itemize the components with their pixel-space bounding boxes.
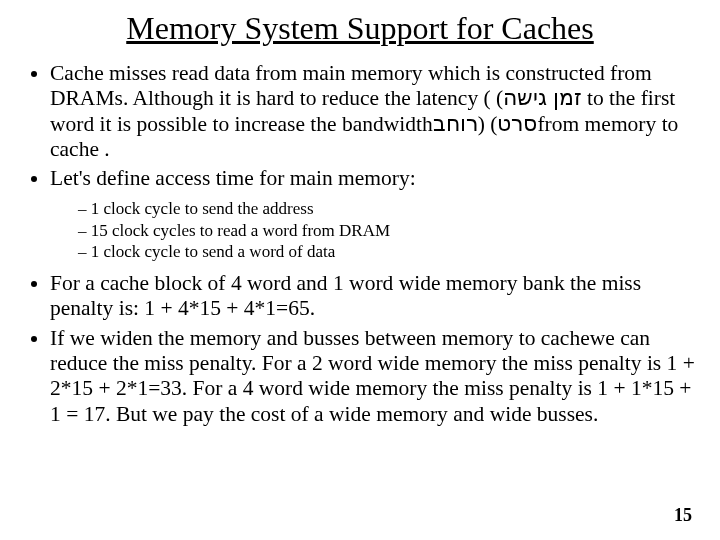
sub-bullet-list: 1 clock cycle to send the address 15 clo… xyxy=(50,198,696,263)
bullet-text: Let's define access time for main memory… xyxy=(50,166,416,190)
slide: Memory System Support for Caches Cache m… xyxy=(0,0,720,540)
bullet-item: Let's define access time for main memory… xyxy=(50,166,696,263)
sub-bullet-item: 1 clock cycle to send a word of data xyxy=(78,241,696,263)
bullet-item: For a cache block of 4 word and 1 word w… xyxy=(50,271,696,322)
slide-title: Memory System Support for Caches xyxy=(24,10,696,47)
bullet-list: Cache misses read data from main memory … xyxy=(24,61,696,427)
bullet-item: Cache misses read data from main memory … xyxy=(50,61,696,162)
sub-bullet-item: 1 clock cycle to send the address xyxy=(78,198,696,220)
bullet-item: If we widen the memory and busses betwee… xyxy=(50,326,696,427)
page-number: 15 xyxy=(674,505,692,526)
sub-bullet-item: 15 clock cycles to read a word from DRAM xyxy=(78,220,696,242)
